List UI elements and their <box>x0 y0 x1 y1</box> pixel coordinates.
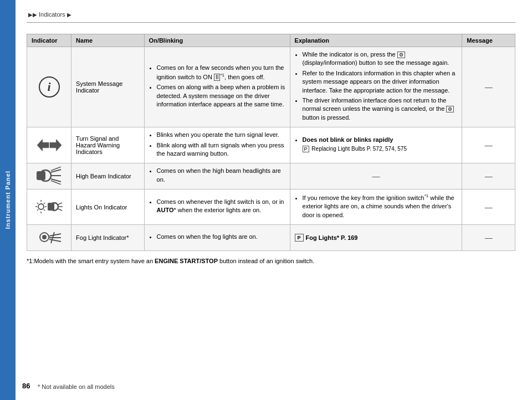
breadcrumb-arrow-left: ▶▶ <box>28 12 37 18</box>
lights-explanation-list: If you remove the key from the ignition … <box>295 193 458 219</box>
svg-line-21 <box>58 203 62 204</box>
not-available-note: * Not available on all models <box>38 383 115 390</box>
explanation-cell-system: While the indicator is on, press the ⚙ (… <box>290 47 462 127</box>
list-item: Blink along with all turn signals when y… <box>157 141 285 158</box>
signal-ref-text: Replacing Light Bulbs P. 572, 574, 575 <box>311 146 407 152</box>
list-item: If you remove the key from the ignition … <box>303 193 458 219</box>
page-number: 86 <box>22 382 30 390</box>
icon-cell-beam <box>27 163 71 189</box>
svg-line-22 <box>58 209 62 211</box>
dash-system: — <box>485 83 493 91</box>
main-content: ▶▶ Indicators ▶ Indicator Name On/Blinki… <box>16 0 532 277</box>
fog-onblinking-list: Comes on when the fog lights are on. <box>149 233 285 241</box>
explanation-cell-fog: P Fog Lights* P. 169 <box>290 225 462 251</box>
indicators-table: Indicator Name On/Blinking Explanation M… <box>27 34 515 251</box>
svg-point-9 <box>38 204 44 209</box>
beam-name: High Beam Indicator <box>76 173 131 180</box>
svg-line-17 <box>37 209 38 211</box>
footnote-star1-end: button instead of an ignition switch. <box>218 258 314 264</box>
fog-ref-box: P <box>295 234 304 242</box>
list-item: Blinks when you operate the turn signal … <box>157 131 285 139</box>
dash-fog: — <box>485 233 493 242</box>
signal-bold-text: Does not blink or blinks rapidly <box>303 136 393 143</box>
system-message-name: System Message Indicator <box>76 80 122 94</box>
lights-onblinking-list: Comes on whenever the light switch is on… <box>149 198 285 215</box>
page-container: Instrument Panel ▶▶ Indicators ▶ Indicat… <box>0 0 532 400</box>
svg-marker-1 <box>49 139 61 151</box>
list-item: While the indicator is on, press the ⚙ (… <box>303 50 458 68</box>
message-cell-signal: — <box>462 127 515 163</box>
list-item: Refer to the Indicators information in t… <box>303 69 458 95</box>
system-explanation-list: While the indicator is on, press the ⚙ (… <box>295 50 458 122</box>
signal-explanation-list: Does not blink or blinks rapidly P Repla… <box>295 136 458 153</box>
fog-name: Fog Light Indicator* <box>76 234 129 241</box>
footnote-area: *1:Models with the smart entry system ha… <box>27 257 515 266</box>
footnote-star1-text: *1:Models with the smart entry system ha… <box>27 258 155 264</box>
signal-ref: P Replacing Light Bulbs P. 572, 574, 575 <box>303 146 407 152</box>
dash-signal: — <box>485 141 493 150</box>
icon-cell-system: i <box>27 47 71 127</box>
explanation-cell-beam: — <box>290 163 462 189</box>
col-header-explanation: Explanation <box>290 34 462 47</box>
name-cell-signal: Turn Signal and Hazard Warning Indicator… <box>71 127 144 163</box>
list-item: Does not blink or blinks rapidly P Repla… <box>303 136 458 153</box>
svg-line-16 <box>44 203 45 204</box>
table-header-row: Indicator Name On/Blinking Explanation M… <box>27 34 515 47</box>
list-item: Comes on along with a beep when a proble… <box>157 83 285 109</box>
svg-line-15 <box>44 209 45 211</box>
icon-cell-signal <box>27 127 71 163</box>
lights-on-name: Lights On Indicator <box>76 204 127 211</box>
name-cell-fog: Fog Light Indicator* <box>71 225 144 251</box>
system-onblinking-list: Comes on for a few seconds when you turn… <box>149 64 285 109</box>
breadcrumb-arrow-right: ▶ <box>67 12 71 18</box>
arrows-icon <box>37 137 62 153</box>
table-row: High Beam Indicator Comes on when the hi… <box>27 163 515 189</box>
col-header-message: Message <box>462 34 515 47</box>
fog-ref: P Fog Lights* P. 169 <box>295 234 458 242</box>
list-item: Comes on for a few seconds when you turn… <box>157 64 285 81</box>
svg-line-14 <box>37 203 38 204</box>
message-cell-lights: — <box>462 189 515 225</box>
list-item: Comes on when the fog lights are on. <box>157 233 285 241</box>
breadcrumb: ▶▶ Indicators ▶ <box>27 11 515 23</box>
lights-on-icon <box>35 198 63 216</box>
signal-name: Turn Signal and Hazard Warning Indicator… <box>76 135 120 155</box>
beam-onblinking-list: Comes on when the high beam headlights a… <box>149 167 285 184</box>
onblinking-cell-signal: Blinks when you operate the turn signal … <box>144 127 290 163</box>
message-cell-beam: — <box>462 163 515 189</box>
signal-onblinking-list: Blinks when you operate the turn signal … <box>149 131 285 158</box>
table-row: i System Message Indicator Comes on for … <box>27 47 515 127</box>
svg-line-25 <box>49 234 61 236</box>
onblinking-cell-lights: Comes on whenever the light switch is on… <box>144 189 290 225</box>
engine-stop-text: ENGINE START/STOP <box>155 258 218 264</box>
table-row: Lights On Indicator Comes on whenever th… <box>27 189 515 225</box>
table-row: Fog Light Indicator* Comes on when the f… <box>27 225 515 251</box>
explanation-cell-lights: If you remove the key from the ignition … <box>290 189 462 225</box>
info-icon: i <box>39 76 60 98</box>
onblinking-cell-beam: Comes on when the high beam headlights a… <box>144 163 290 189</box>
name-cell-beam: High Beam Indicator <box>71 163 144 189</box>
dash-lights: — <box>485 203 493 212</box>
svg-marker-0 <box>37 139 49 151</box>
dash-beam-exp: — <box>372 172 380 181</box>
col-header-indicator: Indicator <box>27 34 71 47</box>
onblinking-cell-system: Comes on for a few seconds when you turn… <box>144 47 290 127</box>
col-header-name: Name <box>71 34 144 47</box>
icon-cell-fog <box>27 225 71 251</box>
icon-cell-lights <box>27 189 71 225</box>
table-row: Turn Signal and Hazard Warning Indicator… <box>27 127 515 163</box>
highbeam-icon <box>37 167 62 184</box>
explanation-cell-signal: Does not blink or blinks rapidly P Repla… <box>290 127 462 163</box>
message-cell-fog: — <box>462 225 515 251</box>
sidebar-strip: Instrument Panel <box>0 0 16 400</box>
svg-point-24 <box>42 235 47 239</box>
fog-ref-text: Fog Lights* P. 169 <box>306 234 358 241</box>
list-item: The driver information interface does no… <box>303 96 458 122</box>
footnote-star1: *1:Models with the smart entry system ha… <box>27 257 515 266</box>
breadcrumb-indicators: Indicators <box>39 11 65 18</box>
onblinking-cell-fog: Comes on when the fog lights are on. <box>144 225 290 251</box>
col-header-onblinking: On/Blinking <box>144 34 290 47</box>
list-item: Comes on whenever the light switch is on… <box>157 198 285 215</box>
message-cell-system: — <box>462 47 515 127</box>
name-cell-lights: Lights On Indicator <box>71 189 144 225</box>
